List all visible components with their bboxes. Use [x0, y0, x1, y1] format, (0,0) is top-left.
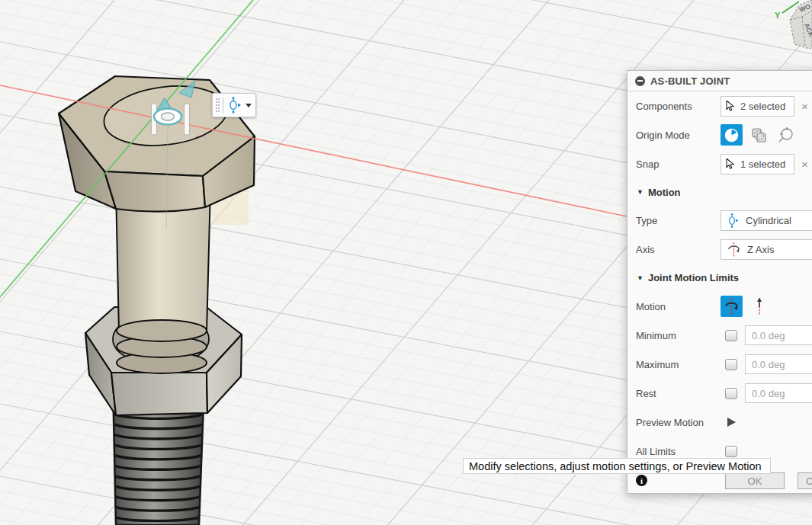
- dialog-grip-icon[interactable]: [635, 76, 645, 86]
- rest-checkbox[interactable]: [725, 388, 737, 399]
- components-clear-icon[interactable]: ×: [801, 101, 808, 112]
- slide-motion-icon: [755, 297, 764, 315]
- play-icon[interactable]: [727, 418, 736, 427]
- type-value: Cylindrical: [746, 215, 791, 226]
- components-selection-field[interactable]: 2 selected: [721, 96, 794, 117]
- snap-clear-icon[interactable]: ×: [801, 158, 808, 170]
- cylindrical-joint-icon[interactable]: [230, 97, 241, 114]
- snap-row: Snap 1 selected ×: [627, 149, 812, 178]
- toolbar-drag-handle-icon[interactable]: [216, 98, 220, 112]
- section-collapse-icon[interactable]: ▼: [637, 274, 644, 282]
- axis-dropdown[interactable]: Z Axis: [721, 239, 812, 260]
- chevron-down-icon[interactable]: [246, 104, 252, 107]
- in-canvas-joint-toolbar[interactable]: [212, 93, 256, 117]
- motion-section-header[interactable]: ▼ Motion: [627, 178, 812, 206]
- minimum-input[interactable]: [745, 325, 812, 345]
- slide-motion-button[interactable]: [752, 296, 767, 317]
- joint-origin-center[interactable]: [162, 113, 175, 120]
- type-dropdown[interactable]: Cylindrical: [721, 210, 812, 231]
- snap-selection-count: 1 selected: [740, 158, 785, 170]
- all-limits-label: All Limits: [636, 446, 721, 457]
- snap-label: Snap: [636, 158, 721, 170]
- snap-selection-field[interactable]: 1 selected: [721, 154, 794, 174]
- origin-between-faces-icon: [750, 126, 768, 144]
- viewcube-y-axis-label: Y: [775, 11, 781, 20]
- preview-motion-row: Preview Motion: [627, 408, 812, 437]
- dialog-title: AS-BUILT JOINT: [650, 75, 730, 87]
- application-window: Y WO ACK: [0, 0, 812, 525]
- preview-motion-label: Preview Motion: [636, 417, 721, 428]
- ok-button[interactable]: OK: [725, 472, 785, 489]
- all-limits-checkbox[interactable]: [725, 446, 737, 457]
- rest-input[interactable]: [745, 383, 812, 403]
- type-label: Type: [636, 215, 721, 226]
- origin-mode-simple-button[interactable]: [721, 124, 743, 146]
- minimum-label: Minimum: [636, 330, 721, 341]
- limit-motion-row: Motion: [627, 292, 812, 321]
- rotate-motion-icon: [724, 298, 740, 315]
- components-label: Components: [636, 101, 721, 112]
- cylindrical-joint-icon: [727, 213, 740, 229]
- origin-simple-icon: [723, 126, 740, 144]
- as-built-joint-dialog: AS-BUILT JOINT Components 2 selected × O…: [627, 70, 812, 494]
- maximum-input[interactable]: [745, 354, 812, 374]
- maximum-checkbox[interactable]: [725, 359, 737, 370]
- limit-motion-label: Motion: [636, 301, 721, 312]
- select-cursor-icon: [726, 101, 736, 112]
- view-cube[interactable]: Y WO ACK: [775, 0, 812, 49]
- components-row: Components 2 selected ×: [627, 91, 812, 120]
- axis-row: Axis Z Axis: [627, 235, 812, 264]
- origin-mode-row: Origin Mode: [627, 120, 812, 149]
- rotate-axis-icon: [727, 242, 741, 258]
- thread-ridge-rings[interactable]: [117, 320, 207, 373]
- origin-mode-two-edges-button[interactable]: [775, 124, 798, 146]
- type-row: Type Cylindrical: [627, 206, 812, 235]
- maximum-label: Maximum: [636, 359, 721, 370]
- axis-label: Axis: [636, 244, 721, 255]
- dialog-header[interactable]: AS-BUILT JOINT: [627, 71, 812, 91]
- select-cursor-icon: [726, 158, 736, 170]
- origin-mode-label: Origin Mode: [636, 130, 721, 141]
- origin-mode-between-faces-button[interactable]: [748, 124, 770, 146]
- minimum-row: Minimum: [627, 321, 812, 350]
- section-collapse-icon[interactable]: ▼: [637, 188, 644, 196]
- joint-limit-bar-right[interactable]: [185, 104, 190, 135]
- cancel-button[interactable]: Cancel: [798, 472, 812, 489]
- minimum-checkbox[interactable]: [725, 330, 737, 341]
- origin-two-edges-icon: [778, 126, 795, 144]
- axis-value: Z Axis: [747, 244, 774, 255]
- rest-label: Rest: [636, 388, 721, 399]
- joint-motion-limits-section-header[interactable]: ▼ Joint Motion Limits: [627, 264, 812, 292]
- maximum-row: Maximum: [627, 350, 812, 379]
- components-selection-count: 2 selected: [740, 101, 785, 112]
- status-prompt-tooltip: Modify selections, adjust motion setting…: [463, 458, 771, 474]
- rest-row: Rest: [627, 379, 812, 408]
- rotate-motion-button[interactable]: [721, 296, 743, 317]
- info-icon[interactable]: i: [636, 475, 647, 486]
